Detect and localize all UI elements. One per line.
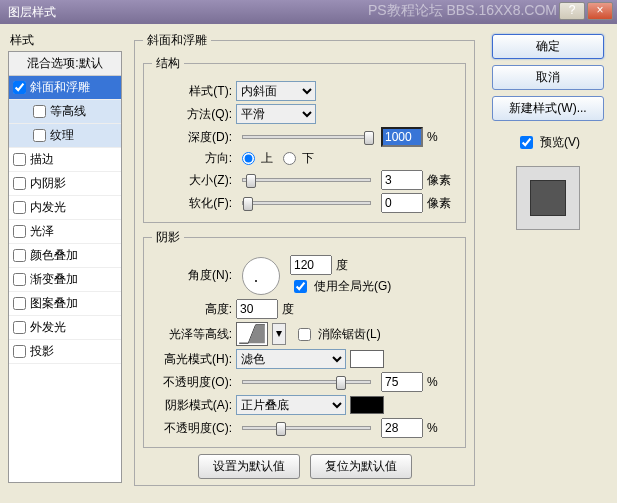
angle-dial[interactable] (242, 257, 280, 295)
styles-label: 样式 (8, 32, 122, 49)
style-label-2: 纹理 (50, 127, 74, 144)
style-checkbox-6[interactable] (13, 225, 26, 238)
depth-input[interactable] (381, 127, 423, 147)
size-slider[interactable] (242, 178, 371, 182)
style-label-5: 内发光 (30, 199, 66, 216)
structure-group: 结构 样式(T): 内斜面 方法(Q): 平滑 深度(D): % 方向: (143, 55, 466, 223)
style-checkbox-7[interactable] (13, 249, 26, 262)
style-checkbox-9[interactable] (13, 297, 26, 310)
style-item-11[interactable]: 投影 (9, 340, 121, 364)
right-panel: 确定 取消 新建样式(W)... 预览(V) (487, 32, 609, 491)
style-select[interactable]: 内斜面 (236, 81, 316, 101)
style-item-4[interactable]: 内阴影 (9, 172, 121, 196)
style-item-6[interactable]: 光泽 (9, 220, 121, 244)
global-light-label: 使用全局光(G) (314, 278, 391, 295)
style-checkbox-1[interactable] (33, 105, 46, 118)
style-label-1: 等高线 (50, 103, 86, 120)
blend-options[interactable]: 混合选项:默认 (9, 52, 121, 76)
shadow-mode-select[interactable]: 正片叠底 (236, 395, 346, 415)
style-checkbox-8[interactable] (13, 273, 26, 286)
global-light-checkbox[interactable] (294, 280, 307, 293)
titlebar: 图层样式 PS教程论坛 BBS.16XX8.COM ? × (0, 0, 617, 24)
shadow-opacity-label: 不透明度(C): (152, 420, 232, 437)
style-label-0: 斜面和浮雕 (30, 79, 90, 96)
highlight-opacity-label: 不透明度(O): (152, 374, 232, 391)
shadow-opacity-slider[interactable] (242, 426, 371, 430)
soften-slider[interactable] (242, 201, 371, 205)
altitude-input[interactable] (236, 299, 278, 319)
style-label-6: 光泽 (30, 223, 54, 240)
antialias-checkbox[interactable] (298, 328, 311, 341)
style-label-10: 外发光 (30, 319, 66, 336)
preview-box (516, 166, 580, 230)
structure-legend: 结构 (152, 55, 184, 72)
depth-label: 深度(D): (152, 129, 232, 146)
highlight-opacity-slider[interactable] (242, 380, 371, 384)
watermark: PS教程论坛 BBS.16XX8.COM (368, 2, 557, 20)
direction-down-radio[interactable] (283, 152, 296, 165)
size-input[interactable] (381, 170, 423, 190)
direction-up-radio[interactable] (242, 152, 255, 165)
style-item-2[interactable]: 纹理 (9, 124, 121, 148)
style-item-9[interactable]: 图案叠加 (9, 292, 121, 316)
px-unit: 像素 (427, 172, 457, 189)
style-item-8[interactable]: 渐变叠加 (9, 268, 121, 292)
style-item-7[interactable]: 颜色叠加 (9, 244, 121, 268)
style-label-9: 图案叠加 (30, 295, 78, 312)
style-checkbox-2[interactable] (33, 129, 46, 142)
style-label-4: 内阴影 (30, 175, 66, 192)
technique-select[interactable]: 平滑 (236, 104, 316, 124)
highlight-opacity-input[interactable] (381, 372, 423, 392)
soften-label: 软化(F): (152, 195, 232, 212)
preview-checkbox[interactable] (520, 136, 533, 149)
help-button[interactable]: ? (559, 2, 585, 20)
altitude-label: 高度: (152, 301, 232, 318)
preview-label: 预览(V) (540, 134, 580, 151)
style-checkbox-4[interactable] (13, 177, 26, 190)
style-checkbox-11[interactable] (13, 345, 26, 358)
pct-unit: % (427, 130, 457, 144)
style-checkbox-5[interactable] (13, 201, 26, 214)
gloss-contour-picker[interactable] (236, 322, 268, 346)
contour-dropdown-icon[interactable]: ▾ (272, 323, 286, 345)
highlight-mode-select[interactable]: 滤色 (236, 349, 346, 369)
shadow-color-swatch[interactable] (350, 396, 384, 414)
style-item-10[interactable]: 外发光 (9, 316, 121, 340)
style-checkbox-3[interactable] (13, 153, 26, 166)
style-checkbox-10[interactable] (13, 321, 26, 334)
make-default-button[interactable]: 设置为默认值 (198, 454, 300, 479)
reset-default-button[interactable]: 复位为默认值 (310, 454, 412, 479)
shading-group: 阴影 角度(N): 度 使用全局光(G) (143, 229, 466, 448)
highlight-color-swatch[interactable] (350, 350, 384, 368)
angle-input[interactable] (290, 255, 332, 275)
shading-legend: 阴影 (152, 229, 184, 246)
style-item-0[interactable]: 斜面和浮雕 (9, 76, 121, 100)
style-checkbox-0[interactable] (13, 81, 26, 94)
window-title: 图层样式 (8, 5, 56, 19)
styles-panel: 样式 混合选项:默认 斜面和浮雕等高线纹理描边内阴影内发光光泽颜色叠加渐变叠加图… (8, 32, 122, 491)
style-label-8: 渐变叠加 (30, 271, 78, 288)
technique-label: 方法(Q): (152, 106, 232, 123)
style-item-3[interactable]: 描边 (9, 148, 121, 172)
style-label-7: 颜色叠加 (30, 247, 78, 264)
ok-button[interactable]: 确定 (492, 34, 604, 59)
soften-input[interactable] (381, 193, 423, 213)
styles-list: 混合选项:默认 斜面和浮雕等高线纹理描边内阴影内发光光泽颜色叠加渐变叠加图案叠加… (8, 51, 122, 483)
antialias-label: 消除锯齿(L) (318, 326, 381, 343)
size-label: 大小(Z): (152, 172, 232, 189)
close-button[interactable]: × (587, 2, 613, 20)
depth-slider[interactable] (242, 135, 371, 139)
bevel-group: 斜面和浮雕 结构 样式(T): 内斜面 方法(Q): 平滑 深度(D): % (134, 32, 475, 486)
style-item-1[interactable]: 等高线 (9, 100, 121, 124)
angle-label: 角度(N): (152, 267, 232, 284)
bevel-legend: 斜面和浮雕 (143, 32, 211, 49)
new-style-button[interactable]: 新建样式(W)... (492, 96, 604, 121)
preview-swatch (530, 180, 566, 216)
gloss-contour-label: 光泽等高线: (152, 326, 232, 343)
shadow-opacity-input[interactable] (381, 418, 423, 438)
style-item-5[interactable]: 内发光 (9, 196, 121, 220)
direction-label: 方向: (152, 150, 232, 167)
cancel-button[interactable]: 取消 (492, 65, 604, 90)
shadow-mode-label: 阴影模式(A): (152, 397, 232, 414)
style-label-11: 投影 (30, 343, 54, 360)
